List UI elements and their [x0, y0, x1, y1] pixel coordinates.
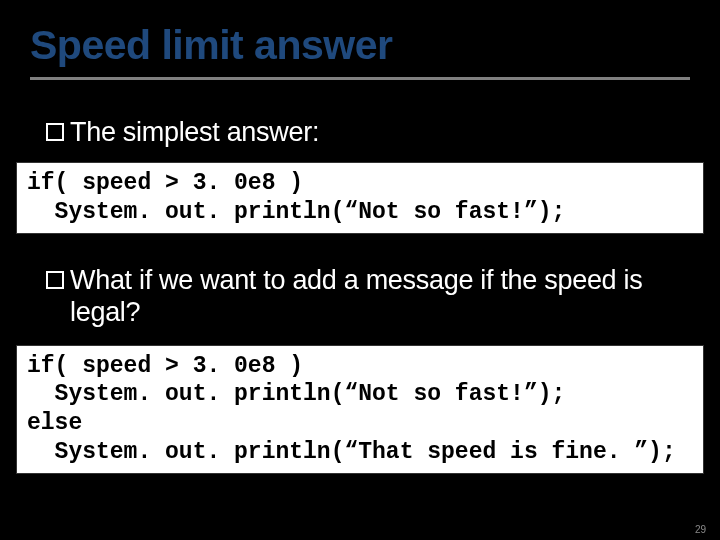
- code-block: if( speed > 3. 0e8 ) System. out. printl…: [16, 162, 704, 234]
- bullet-box-icon: [46, 271, 64, 289]
- code-block: if( speed > 3. 0e8 ) System. out. printl…: [16, 345, 704, 474]
- bullet-box-icon: [46, 123, 64, 141]
- title-underline: [30, 77, 690, 80]
- slide: Speed limit answer The simplest answer: …: [0, 0, 720, 540]
- bullet-text: What if we want to add a message if the …: [70, 264, 674, 329]
- bullet-item: The simplest answer:: [0, 116, 720, 148]
- slide-title: Speed limit answer: [0, 0, 720, 69]
- bullet-text: The simplest answer:: [70, 116, 319, 148]
- bullet-item: What if we want to add a message if the …: [0, 264, 720, 329]
- page-number: 29: [695, 524, 706, 535]
